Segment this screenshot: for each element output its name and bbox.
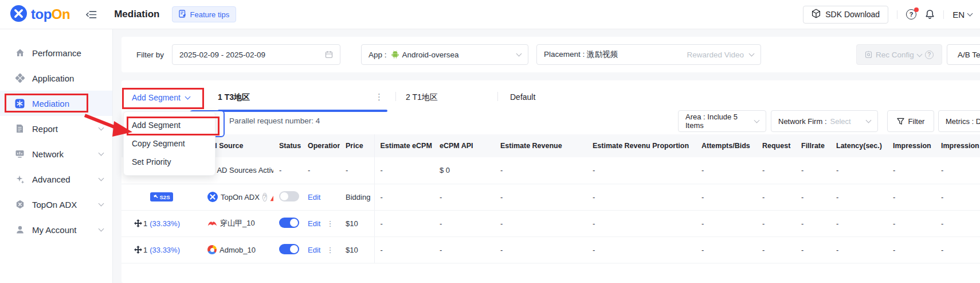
cell-metric: - xyxy=(495,210,587,237)
sidebar-item-network[interactable]: Network xyxy=(0,141,112,166)
chevron-down-icon xyxy=(185,94,190,100)
topon-logo[interactable]: topOn xyxy=(10,5,70,24)
feature-tips-icon xyxy=(179,10,186,20)
cell-metric: - xyxy=(756,210,795,237)
chevron-down-icon xyxy=(866,117,872,123)
topbar: topOn Mediation Feature tips SDK Downloa… xyxy=(0,0,980,29)
active-tab-underline xyxy=(218,110,387,112)
sidebar-item-report[interactable]: Report xyxy=(0,116,112,141)
column-header-estimate-revenue: Estimate Revenue xyxy=(495,134,587,157)
edit-link[interactable]: Edit xyxy=(308,246,320,254)
add-segment-dropdown-trigger[interactable]: Add Segment xyxy=(127,88,194,107)
topbar-right: SDK Download ? EN xyxy=(803,6,972,24)
table-row-admob: 1 (33.33%) Admob_10 Edit $10 - - xyxy=(121,237,980,263)
pangle-icon xyxy=(207,220,217,227)
funnel-icon xyxy=(897,118,904,125)
question-icon[interactable]: ? xyxy=(262,193,267,201)
cell-metric: - xyxy=(495,184,587,210)
rec-config-button[interactable]: Rec Config ? xyxy=(856,44,942,65)
tab-t3-region[interactable]: 1 T3地区 xyxy=(218,92,250,103)
metrics-select[interactable]: Metrics : De xyxy=(938,110,980,132)
admob-icon xyxy=(207,245,217,254)
edit-link[interactable]: Edit xyxy=(308,219,320,228)
sidebar-item-mediation[interactable]: Mediation xyxy=(0,91,112,116)
warning-icon[interactable] xyxy=(270,193,274,201)
traffic-percent-link[interactable]: (33.33%) xyxy=(150,246,180,254)
cell-metric: - xyxy=(935,157,980,184)
sidebar-collapse-icon[interactable] xyxy=(86,10,97,19)
main-content: Filter by 2025-02-09 - 2025-02-09 App : … xyxy=(113,29,980,283)
cell-metric: - xyxy=(587,184,696,210)
account-icon xyxy=(15,225,25,235)
cell-metric: - xyxy=(696,184,756,210)
table-row-pangle: 1 (33.33%) 穿山甲_10 Edit $10 - - xyxy=(121,210,980,237)
ab-test-button[interactable]: A/B Te xyxy=(947,44,980,65)
chevron-down-icon xyxy=(99,200,104,206)
tab-kebab-icon[interactable] xyxy=(375,92,383,102)
application-icon xyxy=(15,73,25,83)
status-toggle[interactable] xyxy=(279,191,299,201)
more-options-icon[interactable] xyxy=(326,246,334,254)
cell-operation: - xyxy=(302,157,340,184)
cell-metric: - xyxy=(374,210,434,237)
chevron-down-icon xyxy=(99,175,104,181)
report-icon xyxy=(15,124,25,134)
sidebar-item-my-account[interactable]: My Account xyxy=(0,217,112,242)
status-toggle[interactable] xyxy=(279,244,299,254)
tab-t1-region[interactable]: 2 T1地区 xyxy=(406,92,438,103)
cell-metric: - xyxy=(696,210,756,237)
cell-metric: - xyxy=(434,237,495,263)
topon-adx-icon xyxy=(15,200,25,210)
help-icon[interactable]: ? xyxy=(906,9,916,20)
traffic-percent-link[interactable]: (33.33%) xyxy=(150,219,180,228)
cell-metric: - xyxy=(935,184,980,210)
sidebar-item-advanced[interactable]: Advanced xyxy=(0,166,112,192)
network-firm-select[interactable]: Network Firm : Select xyxy=(771,110,878,132)
chevron-down-icon xyxy=(99,226,104,231)
ad-source-name: TopOn ADX xyxy=(221,193,260,201)
tab-divider xyxy=(497,92,498,101)
status-toggle[interactable] xyxy=(279,218,299,228)
placement-select[interactable]: Placement : 激励视频 Rewarded Video xyxy=(536,44,761,65)
cell-metric: - xyxy=(935,210,980,237)
performance-icon xyxy=(15,48,25,58)
sidebar-item-topon-adx[interactable]: TopOn ADX xyxy=(0,192,112,217)
cell-metric: - xyxy=(756,184,795,210)
drag-handle-icon[interactable] xyxy=(134,219,142,227)
sidebar: Performance Application Mediation Report… xyxy=(0,29,113,283)
date-range-picker[interactable]: 2025-02-09 - 2025-02-09 xyxy=(172,44,340,65)
filter-by-label: Filter by xyxy=(136,37,164,72)
language-selector[interactable]: EN xyxy=(952,10,972,20)
menu-item-set-priority[interactable]: Set Priority xyxy=(124,153,215,171)
menu-item-add-segment[interactable]: Add Segment xyxy=(124,116,215,134)
cell-metric: - xyxy=(935,237,980,263)
cell-price: $10 xyxy=(340,210,374,237)
more-options-icon[interactable] xyxy=(326,219,334,228)
cell-metric: - xyxy=(756,237,795,263)
tab-default[interactable]: Default xyxy=(510,92,535,102)
chevron-down-icon xyxy=(749,51,755,56)
sidebar-item-application[interactable]: Application xyxy=(0,65,112,91)
column-header-fillrate: Fillrate xyxy=(795,134,830,157)
area-select[interactable]: Area : Include 5 Items xyxy=(678,110,766,132)
feature-tips-button[interactable]: Feature tips xyxy=(172,6,236,22)
app-select[interactable]: App : Android-oversea xyxy=(361,44,528,65)
cell-metric: - xyxy=(830,237,887,263)
sidebar-item-performance[interactable]: Performance xyxy=(0,40,112,65)
cell-metric: - xyxy=(374,157,434,184)
sdk-download-button[interactable]: SDK Download xyxy=(803,6,888,24)
column-header-ecpm-api: eCPM API xyxy=(434,134,495,157)
column-header-attempts: Attempts/Bids xyxy=(696,134,756,157)
filter-button[interactable]: Filter xyxy=(887,110,934,132)
cell-metric: - xyxy=(830,157,887,184)
bell-icon[interactable] xyxy=(925,9,935,20)
chevron-down-icon xyxy=(99,150,104,156)
cell-price: Bidding xyxy=(340,184,374,210)
table-header-row: Ad Source Status Operation Price Estimat… xyxy=(121,134,980,157)
edit-link[interactable]: Edit xyxy=(308,193,320,201)
cell-metric: - xyxy=(495,237,587,263)
column-header-estimate-ecpm: Estimate eCPM xyxy=(374,134,434,157)
menu-item-copy-segment[interactable]: Copy Segment xyxy=(124,134,215,153)
drag-handle-icon[interactable] xyxy=(134,246,142,254)
android-icon xyxy=(391,51,399,59)
